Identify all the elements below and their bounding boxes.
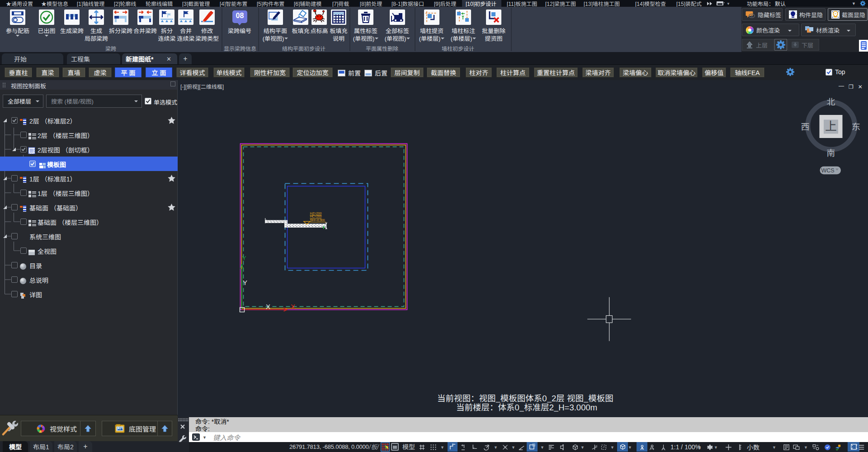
svg-text:X: X: [266, 303, 270, 310]
svg-text:南: 南: [826, 146, 835, 158]
svg-text:上: 上: [825, 117, 837, 133]
svg-text:Y: Y: [243, 279, 247, 286]
svg-text:X: X: [291, 303, 295, 310]
svg-text:Y: Y: [242, 255, 246, 262]
svg-text:西: 西: [801, 120, 809, 132]
svg-text:SH=-0.300: SH=-0.300: [310, 218, 325, 222]
svg-text:东: 东: [852, 120, 860, 132]
svg-text:北: 北: [826, 95, 835, 107]
svg-text:WCS: WCS: [821, 167, 834, 174]
